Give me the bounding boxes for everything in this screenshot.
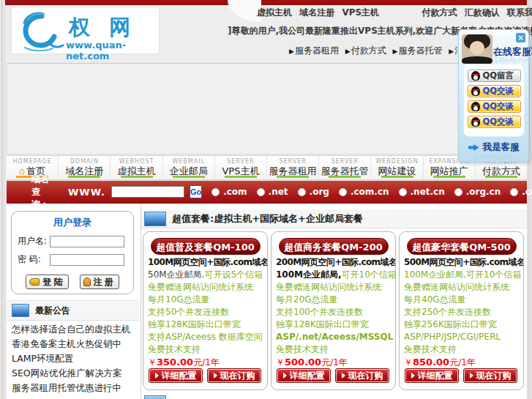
- detail-config-button[interactable]: 详细配置: [405, 368, 459, 383]
- package-title-badge: 超值商务套餐QM-200: [279, 238, 389, 255]
- tld-option-org-cn[interactable]: .org.cn: [454, 187, 501, 197]
- arrow-icon: [468, 144, 479, 151]
- section-chip-icon: [144, 212, 166, 226]
- watermark-text: 54kefu.net: [494, 56, 529, 64]
- tld-radio[interactable]: [339, 188, 347, 196]
- arrow-bullet-icon: ▶: [449, 48, 454, 55]
- nav-item-server-host[interactable]: SERVER 服务器托管: [319, 156, 371, 179]
- nav-underline: [173, 176, 205, 178]
- main-navigation: HOMEPAGE ⌂首页 DOMAIN 域名注册 WEBHOST 虚拟主机 WE…: [7, 155, 527, 180]
- login-button[interactable]: 登 陆: [26, 275, 68, 289]
- qq-penguin-icon: [471, 86, 480, 96]
- tld-radio[interactable]: [257, 188, 265, 196]
- register-button[interactable]: 注 册: [80, 275, 119, 289]
- tld-option-org[interactable]: .org: [298, 187, 329, 197]
- news-section-title: 最新公告: [35, 305, 70, 317]
- quick-link[interactable]: 域名注册: [299, 7, 334, 18]
- i-am-service-link[interactable]: 我是客服: [459, 141, 528, 154]
- logo-link[interactable]: 权 网 www.quan-net.com: [11, 7, 160, 54]
- page-container: 权 网 www.quan-net.com 虚拟主机 域名注册 VPS主机 付款方…: [4, 0, 528, 399]
- package-gift-line: 免费赠送网站访问统计系统: [148, 283, 267, 292]
- qq-message-button[interactable]: QQ留言: [468, 70, 521, 82]
- tld-option-com[interactable]: .com: [211, 187, 247, 197]
- tld-radio[interactable]: [211, 188, 220, 196]
- tld-option-com-cn[interactable]: .com.cn: [339, 187, 389, 197]
- package-database-line: 支持ASP/Aceess 数据库空间: [148, 332, 267, 342]
- tld-option-cc[interactable]: .cc: [510, 187, 532, 197]
- quick-link[interactable]: 付款方式: [422, 7, 457, 18]
- username-field[interactable]: [50, 236, 124, 247]
- username-label: 用户名:: [18, 235, 50, 247]
- password-label: 密 码:: [18, 253, 50, 266]
- arrow-bullet-icon: ▶: [289, 48, 294, 55]
- package-title-badge: 超值普及套餐QM-100: [151, 238, 261, 255]
- quick-link[interactable]: VPS主机: [342, 7, 379, 18]
- nav-item-webhost[interactable]: WEBHOST 虚拟主机: [110, 156, 162, 179]
- next-section-header-clipped: [141, 395, 527, 399]
- nav-en-label: HOMEPAGE: [7, 158, 58, 165]
- arrow-link[interactable]: 服务器托管: [398, 45, 442, 56]
- qq-buttons-box: QQ留言 QQ交谈 QQ交谈 QQ交谈: [463, 64, 525, 137]
- order-now-button[interactable]: 现在订购: [463, 368, 517, 383]
- package-headline: 500M网页空间+国际.com域名: [404, 258, 523, 267]
- section-chip-icon: [12, 304, 29, 317]
- package-support-line: 免费技术支持: [276, 345, 395, 354]
- customer-service-panel: × 在线客服 54kefu.net QQ留言 QQ交谈 QQ交谈 QQ交谈: [458, 29, 529, 163]
- key-icon: [29, 278, 40, 286]
- arrow-link[interactable]: 付款方式: [351, 45, 386, 56]
- arrow-bullet-icon: ▶: [393, 48, 398, 55]
- tld-option-net[interactable]: .net: [257, 187, 288, 197]
- nav-item-webmail[interactable]: WEBMAIL 企业邮局: [163, 156, 215, 179]
- quick-link[interactable]: 汇款确认: [465, 7, 500, 18]
- tld-option-net-cn[interactable]: .net.cn: [399, 187, 445, 197]
- password-row: 密 码:: [18, 253, 133, 266]
- news-list-item[interactable]: LAMP环境配置: [7, 350, 139, 365]
- close-icon[interactable]: ×: [516, 33, 525, 42]
- nav-item-webdesign[interactable]: WEBDESIGN 网站建设: [371, 156, 423, 179]
- nav-underline: [381, 176, 413, 178]
- package-card-qm500: 超值豪华套餐QM-500 500M网页空间+国际.com域名 100M企业邮局,…: [399, 231, 524, 390]
- top-red-strip: [5, 0, 527, 5]
- password-field[interactable]: [50, 254, 124, 266]
- nav-item-domain[interactable]: DOMAIN 域名注册: [59, 156, 110, 179]
- tld-radio[interactable]: [399, 188, 407, 196]
- detail-config-button[interactable]: 详细配置: [277, 368, 331, 383]
- triangle-icon: [342, 373, 345, 379]
- package-bandwidth-line: 独享128K国际出口带宽: [276, 320, 395, 329]
- package-gift-line: 免费赠送网站访问统计系统: [404, 283, 523, 292]
- qq-chat-button[interactable]: QQ交谈: [468, 85, 521, 97]
- package-headline: 100M网页空间+国际.com域名: [148, 258, 267, 267]
- qq-chat-button[interactable]: QQ交谈: [468, 100, 521, 113]
- package-database-line: ASP/PHP/JSP/CGI/PERL: [404, 332, 523, 342]
- packages-section-header: 超值套餐:虚拟主机+国际域名+企业邮局套餐: [141, 209, 527, 228]
- nav-underline: [433, 176, 465, 178]
- news-list-item[interactable]: SEO网站优化推广解决方案: [7, 365, 139, 379]
- nav-underline: [485, 176, 517, 178]
- nav-underline: [329, 176, 361, 178]
- news-list-item[interactable]: 服务器租用托管优惠进行中: [7, 379, 139, 394]
- domain-search-input[interactable]: [111, 186, 184, 198]
- qq-chat-button[interactable]: QQ交谈: [468, 116, 521, 128]
- package-support-line: 免费技术支持: [404, 345, 523, 354]
- qq-penguin-icon: [471, 71, 480, 81]
- nav-underline: [277, 176, 309, 178]
- news-list-item[interactable]: 香港免备案主机火热促销中: [7, 335, 139, 350]
- package-bandwidth-line: 独享256K国际出口带宽: [404, 320, 523, 329]
- order-now-button[interactable]: 现在订购: [335, 368, 389, 383]
- go-button[interactable]: Go: [190, 185, 202, 198]
- package-traffic-line: 每月10G总流量: [148, 295, 267, 305]
- tld-radio[interactable]: [454, 188, 462, 196]
- tld-radio[interactable]: [510, 188, 518, 196]
- package-buttons-row: 详细配置 现在订购: [149, 368, 261, 383]
- nav-item-vps[interactable]: SERVER VPS主机: [215, 156, 267, 179]
- package-card-qm100: 超值普及套餐QM-100 100M网页空间+国际.com域名 50M企业邮局.可…: [143, 231, 268, 390]
- quick-link[interactable]: 虚拟主机: [257, 7, 292, 18]
- arrow-link[interactable]: 服务器租用: [295, 45, 339, 56]
- detail-config-button[interactable]: 详细配置: [149, 368, 203, 383]
- tld-radio[interactable]: [298, 188, 306, 196]
- order-now-button[interactable]: 现在订购: [207, 368, 261, 383]
- news-list-item[interactable]: 怎样选择适合自己的虚拟主机: [7, 321, 139, 335]
- quick-link[interactable]: 联系我们: [507, 7, 532, 18]
- nav-item-server-rent[interactable]: SERVER 服务器租用: [267, 156, 319, 179]
- triangle-icon: [214, 373, 217, 379]
